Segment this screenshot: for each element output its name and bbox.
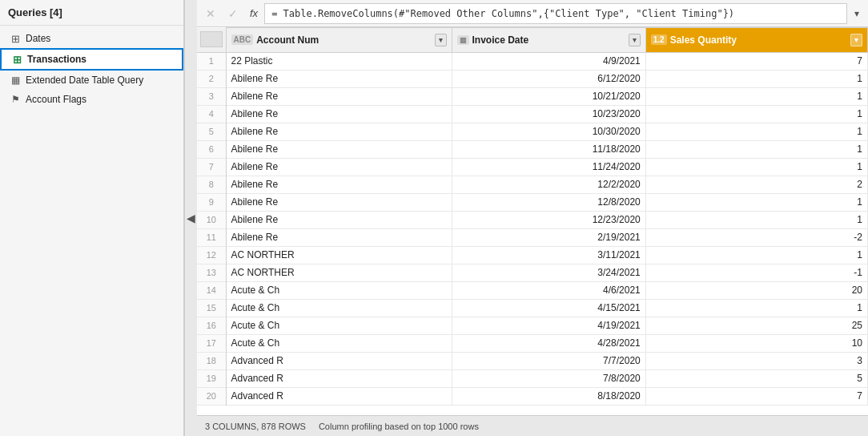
table-row: 14Acute & Ch4/6/202120 xyxy=(197,281,868,299)
cell-sales-quantity: -2 xyxy=(645,228,867,246)
cell-date: 4/9/2021 xyxy=(452,52,645,70)
cell-date: 4/19/2021 xyxy=(452,317,645,334)
row-number-cell: 2 xyxy=(197,70,226,87)
sidebar-item-label: Transactions xyxy=(27,54,86,65)
table-row: 13AC NORTHER3/24/2021-1 xyxy=(197,264,868,281)
cell-sales-quantity: 1 xyxy=(645,158,867,176)
formula-input[interactable] xyxy=(264,3,847,24)
table-row: 122 Plastic4/9/20217 xyxy=(197,52,868,70)
cell-sales-quantity: 1 xyxy=(645,123,867,140)
col-type-invoice-date: ▦ xyxy=(457,35,469,45)
cell-account: Abilene Re xyxy=(226,140,452,158)
cell-date: 4/6/2021 xyxy=(452,281,645,299)
cell-date: 2/19/2021 xyxy=(452,228,645,246)
row-number-cell: 5 xyxy=(197,123,226,140)
col-header-sales-quantity[interactable]: 1.2 Sales Quantity ▾ xyxy=(645,28,867,53)
table-row: 5Abilene Re10/30/20201 xyxy=(197,123,868,140)
cell-date: 12/2/2020 xyxy=(452,176,645,193)
sidebar-collapse-button[interactable]: ◀ xyxy=(184,0,197,436)
sidebar-item-extended-date-table-query[interactable]: ▦Extended Date Table Query xyxy=(0,71,183,90)
cell-date: 6/12/2020 xyxy=(452,70,645,87)
cell-account: Abilene Re xyxy=(226,211,452,228)
row-number-cell: 12 xyxy=(197,246,226,264)
sidebar-items-list: ⊞Dates⊞Transactions▦Extended Date Table … xyxy=(0,26,183,436)
sidebar-item-label: Dates xyxy=(26,33,50,44)
table-row: 16Acute & Ch4/19/202125 xyxy=(197,317,868,334)
cell-date: 8/18/2020 xyxy=(452,387,645,405)
cell-account: Abilene Re xyxy=(226,70,452,87)
col-dropdown-sales-quantity[interactable]: ▾ xyxy=(850,34,862,46)
col-label-sales-quantity: Sales Quantity xyxy=(670,34,737,46)
formula-expand-button[interactable]: ▾ xyxy=(849,3,865,24)
cell-date: 10/23/2020 xyxy=(452,105,645,123)
row-number-cell: 19 xyxy=(197,369,226,387)
table-row: 15Acute & Ch4/15/20211 xyxy=(197,299,868,317)
cell-date: 12/23/2020 xyxy=(452,211,645,228)
cell-date: 3/24/2021 xyxy=(452,264,645,281)
row-number-cell: 18 xyxy=(197,352,226,369)
flag-icon: ⚑ xyxy=(10,94,21,105)
cell-date: 10/30/2020 xyxy=(452,123,645,140)
sidebar-item-label: Extended Date Table Query xyxy=(26,75,143,86)
row-number-cell: 1 xyxy=(197,52,226,70)
sidebar-item-account-flags[interactable]: ⚑Account Flags xyxy=(0,90,183,109)
cell-sales-quantity: 7 xyxy=(645,52,867,70)
cell-sales-quantity: 1 xyxy=(645,140,867,158)
col-dropdown-account-num[interactable]: ▾ xyxy=(435,34,447,46)
table-row: 2Abilene Re6/12/20201 xyxy=(197,70,868,87)
col-label-invoice-date: Invoice Date xyxy=(472,34,529,46)
row-number-cell: 13 xyxy=(197,264,226,281)
col-header-invoice-date[interactable]: ▦ Invoice Date ▾ xyxy=(452,28,645,53)
data-grid-container[interactable]: ABC Account Num ▾ ▦ Invoice Date xyxy=(197,27,868,415)
cell-sales-quantity: 5 xyxy=(645,369,867,387)
row-number-cell: 17 xyxy=(197,334,226,352)
cell-account: Abilene Re xyxy=(226,158,452,176)
table-row: 3Abilene Re10/21/20201 xyxy=(197,87,868,105)
cell-account: Acute & Ch xyxy=(226,281,452,299)
sidebar-header: Queries [4] xyxy=(0,0,183,26)
formula-cancel-button[interactable]: ✕ xyxy=(200,3,221,24)
cell-date: 4/28/2021 xyxy=(452,334,645,352)
grid-body: 122 Plastic4/9/202172Abilene Re6/12/2020… xyxy=(197,52,868,405)
sidebar-item-label: Account Flags xyxy=(26,94,86,105)
col-type-sales-quantity: 1.2 xyxy=(651,34,667,45)
table-green-icon: ⊞ xyxy=(11,54,22,65)
table-row: 10Abilene Re12/23/20201 xyxy=(197,211,868,228)
col-header-account-num[interactable]: ABC Account Num ▾ xyxy=(226,28,452,53)
cell-date: 11/24/2020 xyxy=(452,158,645,176)
table-row: 19Advanced R7/8/20205 xyxy=(197,369,868,387)
table-row: 8Abilene Re12/2/20202 xyxy=(197,176,868,193)
status-bar: 3 COLUMNS, 878 ROWS Column profiling bas… xyxy=(197,415,868,436)
status-columns-rows: 3 COLUMNS, 878 ROWS xyxy=(205,422,306,431)
cell-account: Abilene Re xyxy=(226,87,452,105)
cell-account: Acute & Ch xyxy=(226,317,452,334)
sidebar-item-dates[interactable]: ⊞Dates xyxy=(0,29,183,48)
col-dropdown-invoice-date[interactable]: ▾ xyxy=(629,34,641,46)
cell-sales-quantity: -1 xyxy=(645,264,867,281)
cell-account: AC NORTHER xyxy=(226,246,452,264)
cell-sales-quantity: 1 xyxy=(645,299,867,317)
column-header-row: ABC Account Num ▾ ▦ Invoice Date xyxy=(197,28,868,53)
row-number-cell: 15 xyxy=(197,299,226,317)
cell-sales-quantity: 1 xyxy=(645,211,867,228)
cell-date: 3/11/2021 xyxy=(452,246,645,264)
cell-sales-quantity: 20 xyxy=(645,281,867,299)
status-profiling: Column profiling based on top 1000 rows xyxy=(319,422,479,431)
col-type-account-num: ABC xyxy=(231,34,254,45)
sidebar: Queries [4] ⊞Dates⊞Transactions▦Extended… xyxy=(0,0,184,436)
formula-fx-label: fx xyxy=(245,7,263,19)
cell-account: Abilene Re xyxy=(226,176,452,193)
cell-account: Advanced R xyxy=(226,369,452,387)
col-label-account-num: Account Num xyxy=(256,34,319,46)
table-row: 9Abilene Re12/8/20201 xyxy=(197,193,868,211)
formula-confirm-button[interactable]: ✓ xyxy=(223,3,243,24)
cell-date: 10/21/2020 xyxy=(452,87,645,105)
cell-sales-quantity: 1 xyxy=(645,70,867,87)
row-number-cell: 20 xyxy=(197,387,226,405)
sidebar-item-transactions[interactable]: ⊞Transactions xyxy=(0,48,183,71)
row-number-cell: 7 xyxy=(197,158,226,176)
row-number-header xyxy=(197,28,226,53)
row-number-cell: 6 xyxy=(197,140,226,158)
cell-date: 11/18/2020 xyxy=(452,140,645,158)
cell-account: AC NORTHER xyxy=(226,264,452,281)
